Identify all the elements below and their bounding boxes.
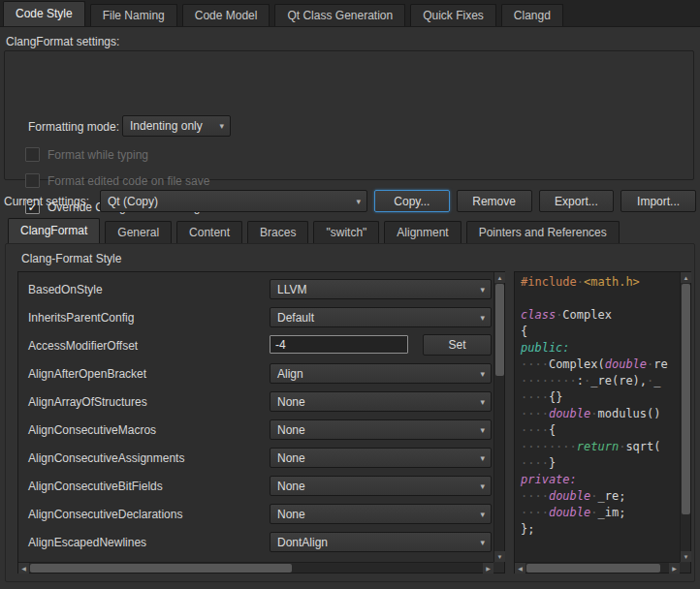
tab-code-model[interactable]: Code Model	[182, 4, 270, 26]
option-row-AlignAfterOpenBracket: AlignAfterOpenBracketAlign▾	[18, 359, 493, 388]
checkbox-format-while-typing[interactable]: Format while typing	[25, 141, 254, 168]
code-line: ········:·_re(re),·_	[521, 373, 679, 389]
code-line: ····Complex(double·re	[521, 356, 679, 373]
export-button[interactable]: Export...	[539, 190, 615, 212]
select-value: None	[277, 423, 305, 437]
code-line: {	[521, 324, 679, 340]
scroll-right-icon[interactable]: ▶	[669, 563, 680, 574]
code-horizontal-scrollbar[interactable]: ◀ ▶	[515, 562, 680, 573]
tab-code-style[interactable]: Code Style	[3, 1, 85, 26]
copy-button[interactable]: Copy...	[374, 190, 450, 212]
option-name: InheritsParentConfig	[28, 311, 134, 325]
tab-file-naming[interactable]: File Naming	[90, 4, 177, 26]
style-tab-content[interactable]: Content	[176, 221, 242, 243]
select-value: None	[277, 395, 305, 409]
select-value: None	[277, 508, 305, 521]
chevron-down-icon: ▾	[480, 510, 485, 519]
checkbox-box[interactable]	[25, 147, 40, 162]
select-value: DontAlign	[277, 536, 328, 549]
option-name: AlignArrayOfStructures	[28, 395, 147, 409]
chevron-down-icon: ▾	[480, 481, 485, 491]
checkbox-label: Format edited code on file save	[48, 174, 209, 188]
chevron-down-icon: ▾	[480, 313, 485, 323]
style-group-title: Clang-Format Style	[21, 252, 121, 265]
select-BasedOnStyle[interactable]: LLVM▾	[270, 279, 492, 299]
style-options-table: BasedOnStyleLLVM▾InheritsParentConfigDef…	[18, 275, 493, 562]
table-horizontal-scrollbar[interactable]: ◀ ▶	[18, 562, 493, 573]
code-vertical-scrollbar[interactable]: ▲ ▼	[680, 272, 690, 562]
code-line: ····double·modulus()	[521, 406, 679, 422]
chevron-down-icon: ▾	[356, 197, 361, 206]
code-line: public:	[521, 340, 679, 356]
style-tab-general[interactable]: General	[105, 221, 172, 243]
set-button[interactable]: Set	[423, 334, 492, 356]
current-settings-label: Current settings:	[4, 195, 89, 208]
option-name: AlignConsecutiveMacros	[28, 423, 156, 437]
tab-clangd[interactable]: Clangd	[501, 4, 563, 26]
scroll-left-icon[interactable]: ◀	[18, 563, 29, 574]
style-tab-clangformat[interactable]: ClangFormat	[8, 218, 100, 243]
option-row-AlignConsecutiveBitFields: AlignConsecutiveBitFieldsNone▾	[18, 472, 493, 500]
scroll-right-icon[interactable]: ▶	[483, 563, 493, 574]
option-name: AlignConsecutiveBitFields	[28, 480, 163, 493]
code-line: ····{	[521, 422, 679, 439]
scroll-down-icon[interactable]: ▼	[681, 551, 691, 562]
select-AlignConsecutiveAssignments[interactable]: None▾	[270, 448, 492, 468]
checkbox-box[interactable]	[25, 173, 40, 188]
scroll-up-icon[interactable]: ▲	[494, 272, 505, 283]
settings-buttons: Copy...RemoveExport...Import...	[374, 190, 696, 212]
clang-format-options-panel: BasedOnStyleLLVM▾InheritsParentConfigDef…	[17, 271, 505, 574]
table-vscroll-handle[interactable]	[495, 284, 504, 376]
clangformat-settings-group: Formatting mode: Indenting only ▾ Format…	[4, 50, 694, 180]
table-hscroll-handle[interactable]	[30, 564, 292, 573]
top-tab-bar: Code StyleFile NamingCode ModelQt Class …	[0, 0, 700, 27]
tab-qt-class-generation[interactable]: Qt Class Generation	[274, 4, 405, 26]
code-line	[521, 291, 679, 307]
style-tab-switch[interactable]: "switch"	[313, 221, 379, 243]
select-value: None	[277, 480, 305, 493]
select-value: LLVM	[277, 283, 306, 296]
style-tab-braces[interactable]: Braces	[247, 221, 308, 243]
code-vscroll-handle[interactable]	[682, 284, 690, 514]
scroll-up-icon[interactable]: ▲	[681, 272, 691, 283]
option-row-BasedOnStyle: BasedOnStyleLLVM▾	[18, 275, 493, 303]
code-hscroll-handle[interactable]	[526, 564, 660, 573]
formatting-mode-value: Indenting only	[130, 119, 203, 133]
table-vertical-scrollbar[interactable]: ▲ ▼	[493, 272, 504, 562]
select-AlignArrayOfStructures[interactable]: None▾	[270, 391, 492, 412]
scroll-down-icon[interactable]: ▼	[494, 551, 505, 562]
option-row-AccessModifierOffset: AccessModifierOffsetSet	[18, 331, 493, 359]
remove-button[interactable]: Remove	[457, 190, 532, 212]
option-name: AlignConsecutiveDeclarations	[28, 508, 182, 521]
option-name: AlignConsecutiveAssignments	[28, 451, 184, 465]
tab-quick-fixes[interactable]: Quick Fixes	[410, 4, 496, 26]
chevron-down-icon: ▾	[480, 453, 485, 463]
formatting-mode-label: Formatting mode:	[28, 120, 119, 134]
scroll-left-icon[interactable]: ◀	[515, 563, 525, 574]
option-row-AlignArrayOfStructures: AlignArrayOfStructuresNone▾	[18, 388, 493, 416]
select-AlignAfterOpenBracket[interactable]: Align▾	[270, 363, 492, 384]
formatting-mode-select[interactable]: Indenting only ▾	[122, 115, 231, 137]
chevron-down-icon: ▾	[480, 285, 485, 294]
chevron-down-icon: ▾	[480, 369, 485, 379]
code-line: #include·<math.h>	[521, 274, 679, 291]
select-AlignEscapedNewlines[interactable]: DontAlign▾	[270, 532, 492, 552]
code-line: ····double·_re;	[521, 488, 679, 505]
select-value: Default	[277, 311, 314, 325]
select-AlignConsecutiveMacros[interactable]: None▾	[270, 419, 492, 440]
select-AlignConsecutiveDeclarations[interactable]: None▾	[270, 504, 492, 524]
select-InheritsParentConfig[interactable]: Default▾	[270, 307, 492, 327]
import-button[interactable]: Import...	[620, 190, 696, 212]
option-name: BasedOnStyle	[28, 283, 103, 296]
input-AccessModifierOffset[interactable]	[270, 335, 408, 354]
chevron-down-icon: ▾	[480, 425, 485, 435]
current-settings-select[interactable]: Qt (Copy) ▾	[100, 190, 367, 212]
clangformat-settings-title: ClangFormat settings:	[6, 35, 119, 48]
style-tab-pointers-and-references[interactable]: Pointers and References	[466, 221, 620, 243]
option-row-AlignConsecutiveMacros: AlignConsecutiveMacrosNone▾	[18, 416, 493, 444]
select-AlignConsecutiveBitFields[interactable]: None▾	[270, 476, 492, 496]
style-tab-alignment[interactable]: Alignment	[384, 221, 461, 243]
option-name: AlignAfterOpenBracket	[28, 367, 146, 381]
code-line: ········return·sqrt(	[521, 439, 679, 455]
chevron-down-icon: ▾	[219, 121, 224, 131]
